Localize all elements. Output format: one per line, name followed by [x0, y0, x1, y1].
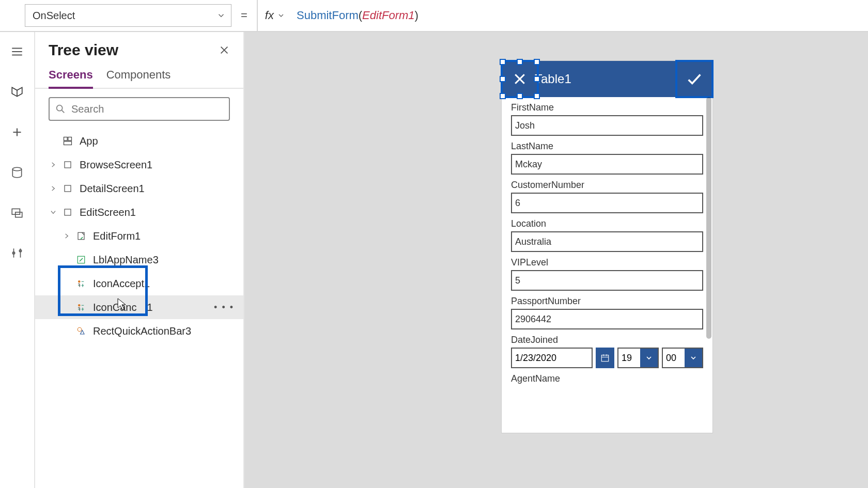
tree-label: BrowseScreen1 [80, 159, 152, 171]
customernumber-input[interactable] [511, 193, 703, 213]
formula-function: SubmitForm [297, 9, 359, 22]
calendar-icon[interactable] [596, 348, 614, 368]
field-label: VIPLevel [511, 257, 703, 268]
location-input[interactable] [511, 231, 703, 252]
selection-box-accept [675, 60, 714, 98]
canvas[interactable]: Table1 FirstName LastName [244, 32, 868, 488]
tree-tabs: Screens Components [35, 59, 243, 89]
property-value: OnSelect [33, 10, 75, 22]
tree: App BrowseScreen1 DetailScreen1 [35, 125, 243, 343]
tree-node-editform[interactable]: EditForm1 [35, 224, 243, 248]
field-label: PassportNumber [511, 296, 703, 307]
svg-point-0 [12, 167, 21, 171]
lastname-input[interactable] [511, 154, 703, 175]
tree-label: EditScreen1 [80, 207, 136, 218]
field-label: LastName [511, 141, 703, 152]
tree-label: EditForm1 [93, 230, 141, 242]
phone-title: Table1 [535, 72, 571, 86]
fx-box: fx SubmitForm(EditForm1) [257, 0, 426, 32]
svg-rect-6 [64, 141, 72, 145]
passportnumber-input[interactable] [511, 309, 703, 329]
field-label: DateJoined [511, 335, 703, 345]
tree-view-panel: Tree view Screens Components [35, 32, 244, 488]
group-icon [74, 303, 88, 312]
fx-label: fx [265, 9, 274, 22]
field-label: Location [511, 218, 703, 229]
viplevel-input[interactable] [511, 270, 703, 291]
search-box[interactable] [49, 97, 230, 121]
scrollbar[interactable] [706, 97, 711, 339]
tree-node-iconaccept[interactable]: IconAccept1 [35, 272, 243, 295]
chevron-right-icon[interactable] [49, 185, 58, 192]
equals-sign: = [241, 9, 247, 22]
formula-identifier: EditForm1 [362, 9, 414, 22]
tab-components[interactable]: Components [106, 68, 171, 88]
svg-rect-15 [601, 355, 609, 361]
chevron-down-icon[interactable] [277, 11, 285, 20]
chevron-down-icon[interactable] [49, 209, 58, 216]
svg-rect-1 [12, 209, 20, 214]
tree-node-browsescreen[interactable]: BrowseScreen1 [35, 153, 243, 177]
svg-rect-4 [64, 137, 68, 141]
minute-value: 00 [663, 353, 685, 364]
tree-view-title: Tree view [49, 41, 118, 59]
svg-rect-9 [65, 209, 71, 215]
media-icon[interactable] [8, 203, 26, 222]
formula-bar: OnSelect = fx SubmitForm(EditForm1) [0, 0, 868, 32]
screen-icon [61, 184, 74, 193]
selection-box-cancel [501, 60, 539, 98]
svg-point-13 [78, 304, 81, 307]
tree-node-app[interactable]: App [35, 129, 243, 153]
hour-dropdown[interactable]: 19 [617, 348, 659, 368]
field-label: AgentName [511, 373, 703, 384]
chevron-right-icon[interactable] [62, 232, 71, 240]
tree-node-lblapp[interactable]: LblAppName3 [35, 248, 243, 272]
tree-label: IconAccept1 [93, 278, 150, 290]
more-icon[interactable]: • • • [214, 302, 234, 313]
property-dropdown[interactable]: OnSelect [25, 4, 231, 27]
screen-icon [61, 160, 74, 169]
svg-rect-7 [65, 162, 71, 168]
tree-label: DetailScreen1 [80, 183, 145, 195]
tree-node-detailscreen[interactable]: DetailScreen1 [35, 177, 243, 200]
svg-rect-8 [65, 185, 71, 192]
chevron-down-icon [685, 349, 702, 367]
date-input[interactable]: 1/23/2020 [511, 348, 593, 368]
form-icon [74, 231, 88, 241]
hamburger-icon[interactable] [8, 42, 26, 61]
settings-icon[interactable] [8, 244, 26, 262]
formula-input[interactable]: SubmitForm(EditForm1) [297, 9, 419, 22]
chevron-right-icon[interactable] [49, 161, 58, 168]
tab-screens[interactable]: Screens [49, 68, 93, 89]
insert-icon[interactable] [8, 123, 26, 141]
app-icon [61, 136, 74, 146]
field-label: CustomerNumber [511, 180, 703, 191]
screen-icon [61, 208, 74, 217]
tree-node-iconcancel[interactable]: IconCanc1 • • • [35, 295, 243, 319]
phone-preview: Table1 FirstName LastName [502, 61, 712, 433]
tree-node-editscreen[interactable]: EditScreen1 [35, 200, 243, 224]
chevron-down-icon [216, 11, 226, 20]
field-label: FirstName [511, 102, 703, 113]
svg-point-12 [78, 280, 81, 283]
svg-point-14 [78, 327, 82, 332]
svg-point-3 [57, 105, 63, 111]
search-icon [55, 103, 66, 115]
group-icon [74, 279, 88, 288]
search-input[interactable] [71, 103, 224, 115]
tree-view-icon[interactable] [8, 83, 26, 101]
data-icon[interactable] [8, 163, 26, 182]
close-icon[interactable] [219, 44, 230, 56]
tree-label: App [80, 135, 98, 147]
firstname-input[interactable] [511, 115, 703, 136]
hour-value: 19 [618, 353, 640, 364]
left-rail [0, 32, 35, 488]
main: Tree view Screens Components [0, 32, 868, 488]
tree-label: IconCanc1 [93, 302, 153, 313]
svg-rect-5 [68, 137, 72, 141]
minute-dropdown[interactable]: 00 [662, 348, 703, 368]
shape-icon [74, 326, 88, 336]
edit-icon [74, 255, 88, 264]
tree-label: RectQuickActionBar3 [93, 325, 191, 337]
tree-node-rect[interactable]: RectQuickActionBar3 [35, 319, 243, 343]
